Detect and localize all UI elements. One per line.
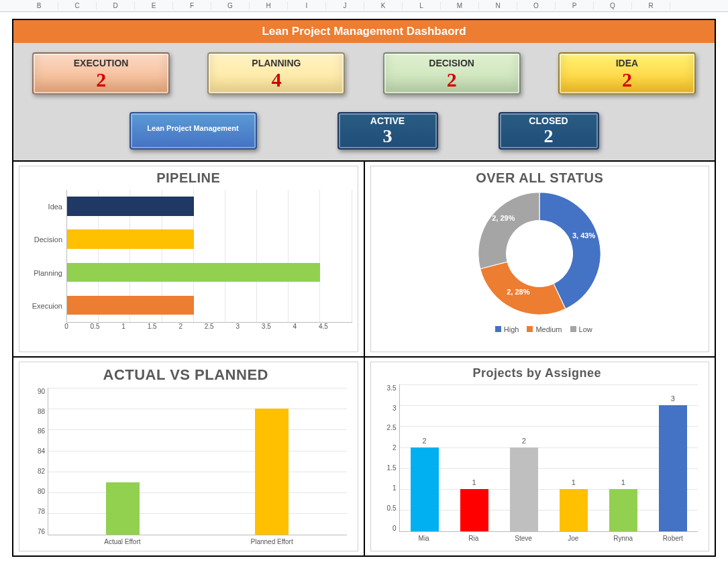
tile-area: EXECUTION 2 PLANNING 4 DECISION 2 IDEA 2…: [13, 43, 715, 160]
assignee-bar: 1: [460, 489, 488, 531]
legend-swatch: [495, 326, 501, 332]
col-header: Q: [594, 2, 632, 9]
col-header: B: [20, 2, 58, 9]
status-tile-active[interactable]: ACTIVE 3: [337, 112, 438, 150]
pipeline-title: PIPELINE: [25, 170, 352, 186]
assignee-x-label: Robert: [648, 532, 698, 542]
legend-swatch: [527, 326, 533, 332]
pipeline-bar: [67, 197, 194, 216]
col-header: G: [211, 2, 250, 9]
avp-x-label: Actual Effort: [48, 535, 197, 545]
col-header: E: [135, 2, 173, 9]
assignee-bar-value: 1: [609, 478, 637, 486]
assignee-title: Projects by Assignee: [376, 366, 698, 380]
pipeline-panel: PIPELINE IdeaDecisionPlanningExecuion 00…: [13, 162, 364, 356]
status-value: 2: [500, 126, 598, 147]
assignee-x-label: Ria: [449, 532, 499, 542]
col-header: O: [517, 2, 556, 9]
kpi-tile-execution[interactable]: EXECUTION 2: [32, 52, 170, 95]
status-tile-group: ACTIVE 3 CLOSED 2: [337, 112, 599, 150]
assignee-bar: 2: [510, 447, 538, 531]
col-header: N: [479, 2, 517, 9]
col-header: F: [173, 2, 211, 9]
col-header: H: [250, 2, 288, 9]
dashboard-sheet: Lean Project Management Dashbaord EXECUT…: [12, 19, 716, 557]
donut-label-low: 2, 29%: [492, 214, 515, 222]
assignee-bar-value: 1: [560, 478, 588, 486]
kpi-tile-planning[interactable]: PLANNING 4: [207, 52, 345, 95]
status-label: ACTIVE: [339, 115, 437, 126]
overall-status-donut: 3, 43% 2, 28% 2, 29%: [476, 190, 603, 317]
assignee-bar-value: 2: [411, 437, 439, 445]
col-header: K: [364, 2, 403, 9]
status-value: 3: [339, 126, 437, 147]
pipeline-bar: [67, 263, 320, 282]
col-header: J: [326, 2, 364, 9]
assignee-bar: 1: [609, 489, 637, 531]
status-label: CLOSED: [500, 115, 598, 126]
overall-status-panel: OVER ALL STATUS 3, 43% 2, 28% 2, 29% Hig…: [365, 162, 715, 356]
assignee-bar: 1: [560, 489, 588, 531]
avp-bar: [106, 482, 140, 535]
pipeline-row-label: Idea: [25, 190, 66, 223]
pipeline-y-labels: IdeaDecisionPlanningExecuion: [25, 190, 66, 323]
overall-status-title: OVER ALL STATUS: [376, 170, 704, 186]
donut-label-high: 3, 43%: [572, 231, 595, 239]
pipeline-row-label: Decision: [25, 223, 66, 256]
status-tile-closed[interactable]: CLOSED 2: [499, 112, 599, 150]
dashboard-title: Lean Project Management Dashbaord: [13, 20, 715, 43]
pipeline-bar: [67, 296, 194, 315]
col-header: C: [58, 2, 97, 9]
column-header-strip: BCDEFGHIJKLMNOPQR: [0, 0, 728, 12]
kpi-value: 2: [34, 68, 168, 91]
kpi-label: IDEA: [560, 58, 694, 68]
kpi-label: EXECUTION: [34, 58, 168, 68]
assignee-x-label: Steve: [499, 532, 548, 542]
legend-label: Low: [579, 325, 592, 333]
pipeline-row-label: Execuion: [25, 289, 66, 323]
assignee-bar: 3: [659, 405, 687, 531]
assignee-y-axis: 3.532.521.510.50: [376, 384, 399, 532]
assignee-bar-value: 1: [460, 478, 488, 486]
col-header: M: [441, 2, 479, 9]
kpi-label: PLANNING: [209, 58, 344, 68]
lean-project-management-button[interactable]: Lean Project Management: [129, 112, 257, 150]
assignee-bar: 2: [411, 447, 439, 531]
assignee-bar-value: 2: [510, 437, 538, 445]
assignee-x-axis: MiaRiaSteveJoeRynnaRobert: [399, 532, 698, 542]
col-header: P: [556, 2, 594, 9]
col-header: L: [403, 2, 441, 9]
actual-vs-planned-panel: ACTUAL VS PLANNED 9088868482807876 Actua…: [13, 358, 364, 555]
col-header: R: [632, 2, 670, 9]
overall-status-legend: HighMediumLow: [376, 325, 704, 333]
avp-x-label: Planned Effort: [197, 535, 347, 545]
kpi-value: 2: [560, 68, 694, 91]
chart-grid: PIPELINE IdeaDecisionPlanningExecuion 00…: [13, 160, 715, 555]
avp-title: ACTUAL VS PLANNED: [25, 366, 347, 384]
kpi-row-1: EXECUTION 2 PLANNING 4 DECISION 2 IDEA 2: [27, 52, 701, 95]
legend-label: High: [504, 325, 519, 333]
avp-x-axis: Actual EffortPlanned Effort: [48, 535, 347, 545]
col-header: D: [97, 2, 135, 9]
avp-y-axis: 9088868482807876: [25, 388, 48, 535]
kpi-value: 4: [209, 68, 344, 91]
kpi-tile-idea[interactable]: IDEA 2: [558, 52, 696, 95]
legend-label: Medium: [535, 325, 562, 333]
assignee-x-label: Mia: [399, 532, 449, 542]
assignee-panel: Projects by Assignee 3.532.521.510.50 21…: [365, 358, 715, 555]
assignee-x-label: Joe: [548, 532, 598, 542]
pipeline-x-axis: 00.511.522.533.544.5: [66, 323, 352, 330]
kpi-label: DECISION: [384, 58, 519, 68]
kpi-row-2: Lean Project Management ACTIVE 3 CLOSED …: [27, 112, 701, 150]
pipeline-row-label: Planning: [25, 256, 66, 290]
pipeline-bar: [67, 229, 194, 249]
avp-bar: [255, 409, 289, 535]
legend-swatch: [570, 326, 576, 332]
kpi-tile-decision[interactable]: DECISION 2: [383, 52, 521, 95]
assignee-bar-value: 3: [659, 394, 687, 403]
col-header: I: [288, 2, 326, 9]
assignee-x-label: Rynna: [599, 532, 648, 542]
donut-label-medium: 2, 28%: [507, 288, 529, 296]
kpi-value: 2: [384, 68, 519, 91]
